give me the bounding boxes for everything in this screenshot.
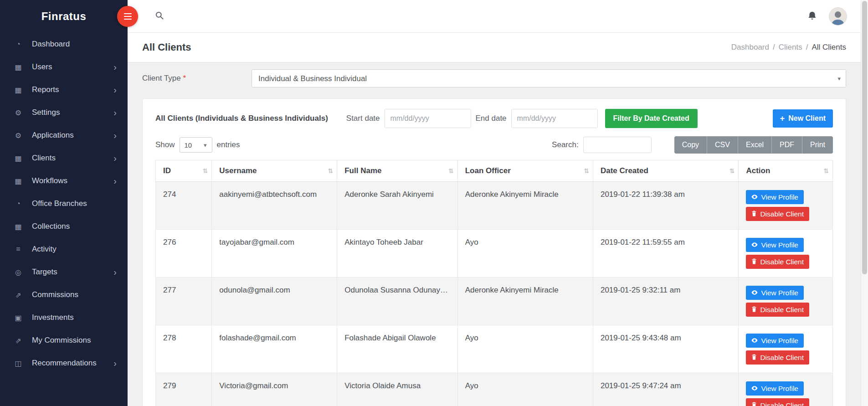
view-profile-button[interactable]: View Profile [746, 334, 804, 348]
user-avatar[interactable] [829, 7, 847, 26]
sidebar-item-dashboard[interactable]: ◔ Dashboard [0, 33, 128, 56]
disable-client-button[interactable]: Disable Client [746, 350, 809, 365]
cell-loan-officer: Ayo [457, 373, 593, 406]
column-header-date-created[interactable]: Date Created⇅ [593, 160, 738, 182]
sidebar-item-collections[interactable]: ▦ Collections [0, 215, 128, 238]
sidebar-item-applications[interactable]: ⚙ Applications › [0, 124, 128, 147]
column-label: Action [746, 166, 770, 175]
start-date-input[interactable] [385, 109, 471, 128]
column-label: ID [163, 166, 171, 175]
table-row: 278 folashade@gmail.com Folashade Abigai… [156, 325, 833, 373]
breadcrumb-dashboard[interactable]: Dashboard [731, 43, 769, 52]
chevron-right-icon: › [113, 131, 117, 140]
column-header-full-name[interactable]: Full Name⇅ [337, 160, 458, 182]
chevron-right-icon: › [113, 85, 117, 94]
breadcrumb: Dashboard / Clients / All Clients [731, 43, 846, 52]
table-row: 277 odunola@gmail.com Odunolaa Susanna O… [156, 278, 833, 325]
page-header: All Clients Dashboard / Clients / All Cl… [128, 33, 861, 62]
disable-client-button[interactable]: Disable Client [746, 255, 809, 269]
breadcrumb-clients[interactable]: Clients [779, 43, 802, 52]
sidebar-item-clients[interactable]: ▦ Clients › [0, 147, 128, 170]
eye-icon [751, 289, 758, 297]
sort-icon: ⇅ [328, 167, 334, 175]
view-profile-button[interactable]: View Profile [746, 381, 804, 396]
csv-export-button[interactable]: CSV [707, 136, 738, 154]
excel-export-button[interactable]: Excel [738, 136, 772, 154]
sidebar-item-users[interactable]: ▦ Users › [0, 56, 128, 78]
card-title: All Clients (Individuals & Business Indi… [155, 114, 328, 123]
view-profile-button[interactable]: View Profile [746, 238, 804, 252]
view-profile-button[interactable]: View Profile [746, 286, 804, 300]
eye-icon [751, 385, 758, 393]
pdf-export-button[interactable]: PDF [772, 136, 802, 154]
menu-toggle-button[interactable] [117, 6, 138, 27]
content: Client Type * Individual & Business Indi… [128, 62, 861, 406]
client-type-select-wrap: Individual & Business Individual ▾ [252, 69, 846, 87]
office-branches-gauge-icon: ◔ [13, 200, 24, 208]
sidebar-item-targets[interactable]: ◎ Targets › [0, 261, 128, 283]
settings-gear-icon: ⚙ [13, 108, 24, 117]
sidebar-item-investments[interactable]: ▣ Investments [0, 306, 128, 329]
sidebar-item-workflows[interactable]: ▦ Workflows › [0, 170, 128, 192]
end-date-label: End date [476, 114, 507, 123]
sidebar-item-recommendations[interactable]: ◫ Recommendations › [0, 352, 128, 375]
sidebar-item-my-commissions[interactable]: ⇗ My Commissions [0, 329, 128, 352]
recommendations-users-icon: ◫ [13, 359, 24, 368]
date-filter: Start date End date Filter By Date Creat… [346, 109, 698, 128]
topbar-right [807, 7, 847, 26]
table-row: 279 Victoria@gmail.com Victoria Olaide A… [156, 373, 833, 406]
column-label: Date Created [601, 166, 648, 175]
start-date-label: Start date [346, 114, 380, 123]
entries-select[interactable]: 10 [180, 137, 212, 153]
new-client-button[interactable]: + New Client [773, 109, 833, 128]
cell-username: Victoria@gmail.com [212, 373, 337, 406]
disable-client-button[interactable]: Disable Client [746, 303, 809, 317]
chevron-right-icon: › [113, 176, 117, 185]
end-date-input[interactable] [511, 109, 598, 128]
disable-client-button[interactable]: Disable Client [746, 398, 809, 406]
cell-action: View Profile Disable Client [739, 182, 833, 230]
cell-id: 276 [156, 230, 212, 278]
cell-date-created: 2019-01-25 9:32:11 am [593, 278, 738, 325]
activity-list-icon: ≡ [13, 245, 24, 253]
notifications-button[interactable] [807, 11, 817, 22]
disable-client-button[interactable]: Disable Client [746, 207, 809, 221]
client-type-row: Client Type * Individual & Business Indi… [142, 69, 846, 87]
cell-username: tayojabar@gmail.com [212, 230, 337, 278]
chevron-right-icon: › [113, 108, 117, 117]
column-header-id[interactable]: ID⇅ [156, 160, 212, 182]
eye-icon [751, 241, 758, 249]
sidebar-item-reports[interactable]: ▦ Reports › [0, 78, 128, 101]
cell-loan-officer: Aderonke Akinyemi Miracle [457, 278, 593, 325]
cell-loan-officer: Ayo [457, 325, 593, 373]
sidebar-item-activity[interactable]: ≡ Activity [0, 238, 128, 261]
cell-action: View Profile Disable Client [739, 278, 833, 325]
sidebar-item-settings[interactable]: ⚙ Settings › [0, 101, 128, 124]
right-controls: Search: CopyCSVExcelPDFPrint [552, 136, 833, 154]
cell-username: aakinyemi@atbtechsoft.com [212, 182, 337, 230]
search-label: Search: [552, 140, 579, 149]
table-search-input[interactable] [583, 137, 652, 153]
column-header-username[interactable]: Username⇅ [212, 160, 337, 182]
topbar [128, 0, 861, 33]
column-header-loan-officer[interactable]: Loan Officer⇅ [457, 160, 593, 182]
column-label: Username [219, 166, 257, 175]
client-type-select[interactable]: Individual & Business Individual [252, 69, 846, 87]
filter-by-date-button[interactable]: Filter By Date Created [605, 109, 698, 128]
scrollbar-thumb[interactable] [862, 1, 867, 274]
copy-export-button[interactable]: Copy [674, 136, 707, 154]
breadcrumb-separator: / [773, 43, 775, 52]
reports-table-icon: ▦ [13, 86, 24, 94]
clients-table-icon: ▦ [13, 154, 24, 163]
sidebar-item-commissions[interactable]: ⇗ Commissions [0, 283, 128, 306]
sidebar-item-office-branches[interactable]: ◔ Office Branches [0, 192, 128, 215]
topbar-search-button[interactable] [155, 11, 164, 21]
print-export-button[interactable]: Print [802, 136, 833, 154]
clients-card: All Clients (Individuals & Business Indi… [142, 98, 846, 406]
view-profile-button[interactable]: View Profile [746, 190, 804, 204]
sort-icon: ⇅ [203, 167, 208, 175]
sort-icon: ⇅ [448, 167, 454, 175]
cell-id: 279 [156, 373, 212, 406]
trash-icon [751, 258, 757, 266]
column-header-action[interactable]: Action⇅ [739, 160, 833, 182]
